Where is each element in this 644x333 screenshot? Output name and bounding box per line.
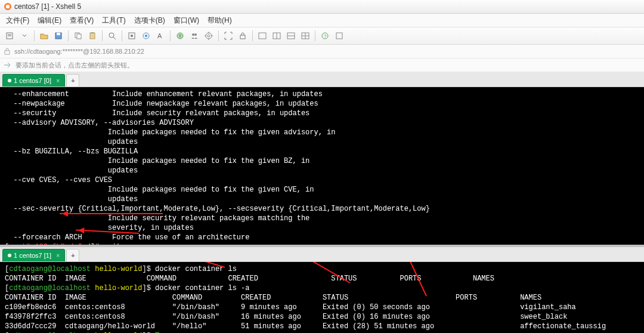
table-row: c109efb8edc6 centos:centos8 "/bin/bash" …: [5, 303, 639, 312]
toolbar-dropdown-icon[interactable]: [18, 29, 31, 42]
tab-status-dot: [8, 254, 11, 257]
window-title: centos7 [1] - Xshell 5: [14, 2, 81, 11]
terminal-pane-0[interactable]: --enhancement Include enhancement releva…: [0, 87, 644, 245]
term-output-line: --security Include security relevant pac…: [5, 109, 639, 118]
layout3-icon[interactable]: [284, 29, 298, 42]
new-session-icon[interactable]: [4, 29, 17, 42]
menu-file[interactable]: 文件(F): [2, 14, 33, 27]
term-output-line: Include packages needed to fix the given…: [5, 156, 639, 166]
tab-close-icon[interactable]: ×: [56, 77, 60, 84]
lock-icon[interactable]: [236, 29, 249, 42]
tab-session-1[interactable]: 1 centos7 [1] ×: [2, 249, 65, 261]
tab-add-button[interactable]: +: [66, 74, 79, 87]
table-header: CONTAINER ID IMAGE COMMAND CREATED STATU…: [5, 274, 639, 283]
menu-help[interactable]: 帮助(H): [204, 14, 236, 27]
svg-rect-28: [5, 51, 10, 54]
term-output-line: --forcearch ARCH Force the use of an arc…: [5, 233, 639, 242]
svg-rect-27: [336, 33, 342, 39]
toolbar-separator: [170, 30, 171, 41]
menubar: 文件(F) 编辑(E) 查看(V) 工具(T) 选项卡(B) 窗口(W) 帮助(…: [0, 14, 644, 27]
tab-status-dot: [8, 79, 11, 82]
app-icon: [4, 2, 12, 11]
address-text[interactable]: ssh://cdtaogang:********@192.168.88.210:…: [14, 48, 640, 55]
address-bar: ssh://cdtaogang:********@192.168.88.210:…: [0, 45, 644, 58]
svg-rect-21: [259, 33, 266, 39]
tab-close-icon[interactable]: ×: [56, 252, 60, 259]
table-header: CONTAINER ID IMAGE COMMAND CREATED STATU…: [5, 293, 639, 303]
layout2-icon[interactable]: [270, 29, 283, 42]
tab-session-0[interactable]: 1 centos7 [0] ×: [2, 74, 65, 87]
term-output-line: --cve CVES, --cves CVES: [5, 175, 639, 185]
menu-window[interactable]: 窗口(W): [170, 14, 203, 27]
help-icon[interactable]: ?: [318, 29, 332, 42]
menu-tools[interactable]: 工具(T): [98, 14, 129, 27]
term-prompt-line: [root@c109efb8edc6 /]# exit: [5, 242, 639, 245]
svg-point-18: [206, 33, 212, 39]
search-icon[interactable]: [106, 29, 119, 42]
addr-lock-icon: [4, 48, 11, 55]
tabstrip-upper: 1 centos7 [0] × +: [0, 72, 644, 87]
tab-label: 1 centos7 [0]: [14, 77, 51, 84]
menu-tabs[interactable]: 选项卡(B): [131, 14, 169, 27]
hint-bar: 要添加当前会话，点击左侧的箭头按钮。: [0, 58, 644, 72]
term-output-line: --bz BUGZILLA, --bzs BUGZILLA: [5, 147, 639, 156]
term-output-line: --enhancement Include enhancement releva…: [5, 90, 639, 99]
font-icon[interactable]: A: [154, 29, 167, 42]
toolbar-separator: [34, 30, 35, 41]
layout4-icon[interactable]: [299, 29, 312, 42]
copy-icon[interactable]: [72, 29, 85, 42]
svg-point-13: [145, 35, 147, 37]
term-output-line: Include packages needed to fix the given…: [5, 185, 639, 195]
plus-icon: +: [71, 77, 75, 84]
svg-rect-1: [6, 5, 10, 8]
term-output-line: Include security relevant packages match…: [5, 214, 639, 223]
term-output-line: Include packages needed to fix the given…: [5, 128, 639, 137]
color-icon[interactable]: [140, 29, 153, 42]
toolbar-separator: [68, 30, 69, 41]
svg-rect-8: [91, 32, 94, 33]
paste-icon[interactable]: [86, 29, 99, 42]
menu-view[interactable]: 查看(V): [66, 14, 97, 27]
toolbar-separator: [102, 30, 103, 41]
window-titlebar: centos7 [1] - Xshell 5: [0, 0, 644, 14]
term-output-line: updates: [5, 137, 639, 147]
toolbar: A ?: [0, 27, 644, 45]
terminal-pane-1[interactable]: [cdtaogang@localhost hello-world]$ docke…: [0, 262, 644, 333]
menu-edit[interactable]: 编辑(E): [34, 14, 65, 27]
term-output-line: updates: [5, 195, 639, 204]
term-output-line: --sec-severity {Critical,Important,Moder…: [5, 204, 639, 214]
toolbar-separator: [122, 30, 122, 41]
term-output-line: updates: [5, 166, 639, 175]
fullscreen-icon[interactable]: [222, 29, 235, 42]
table-row: 33d6dd7ccc29 cdtaogang/hello-world "/hel…: [5, 322, 639, 331]
term-output-line: --newpackage Include newpackage relevant…: [5, 99, 639, 109]
svg-point-19: [208, 35, 210, 37]
svg-point-9: [109, 33, 114, 38]
term-output-line: --advisory ADVISORY, --advisories ADVISO…: [5, 118, 639, 128]
toolbar-separator: [315, 30, 315, 41]
hint-arrow-icon[interactable]: [4, 61, 12, 69]
svg-point-11: [131, 35, 133, 37]
target-icon[interactable]: [202, 29, 215, 42]
tabstrip-lower: 1 centos7 [1] × +: [0, 247, 644, 262]
table-row: f43978f2ffc3 centos:centos8 "/bin/bash" …: [5, 312, 639, 322]
toolbar-separator: [218, 30, 219, 41]
svg-point-17: [194, 33, 197, 36]
about-icon[interactable]: [333, 29, 346, 42]
layout1-icon[interactable]: [256, 29, 269, 42]
svg-rect-4: [57, 33, 60, 35]
users-icon[interactable]: [188, 29, 201, 42]
svg-point-16: [192, 33, 194, 36]
globe-icon[interactable]: [174, 29, 187, 42]
hint-text: 要添加当前会话，点击左侧的箭头按钮。: [16, 61, 134, 70]
save-icon[interactable]: [52, 29, 65, 42]
svg-rect-7: [90, 33, 95, 39]
open-icon[interactable]: [38, 29, 51, 42]
svg-text:A: A: [157, 32, 162, 39]
plus-icon: +: [71, 252, 75, 259]
tab-add-button[interactable]: +: [66, 249, 79, 261]
toolbar-separator: [252, 30, 253, 41]
svg-text:?: ?: [324, 33, 327, 39]
svg-rect-20: [240, 35, 245, 39]
properties-icon[interactable]: [125, 29, 138, 42]
